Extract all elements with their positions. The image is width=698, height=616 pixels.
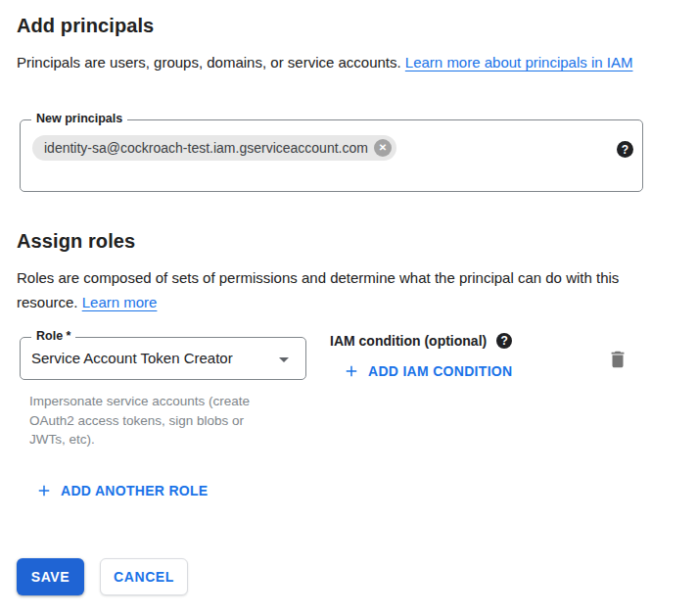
role-label: Role * <box>31 329 75 343</box>
plus-icon <box>343 362 360 380</box>
principal-chip-value: identity-sa@cockroach-test.iam.gservicea… <box>44 140 368 156</box>
iam-condition-label: IAM condition (optional) <box>330 333 487 349</box>
save-button[interactable]: SAVE <box>17 558 84 595</box>
role-selected-value: Service Account Token Creator <box>31 350 233 366</box>
role-helper-text: Impersonate service accounts (create OAu… <box>29 392 282 450</box>
add-iam-condition-button[interactable]: ADD IAM CONDITION <box>343 362 512 380</box>
role-select[interactable]: Role * Service Account Token Creator <box>20 337 306 380</box>
plus-icon <box>35 482 53 499</box>
add-iam-condition-label: ADD IAM CONDITION <box>368 363 512 379</box>
delete-role-button[interactable] <box>607 349 628 373</box>
roles-description: Roles are composed of sets of permission… <box>17 265 628 314</box>
cancel-button[interactable]: CANCEL <box>100 558 188 595</box>
learn-more-roles-link[interactable]: Learn more <box>82 294 158 310</box>
principals-description: Principals are users, groups, domains, o… <box>17 50 653 74</box>
principals-help-icon[interactable]: ? <box>617 141 633 158</box>
assign-roles-title: Assign roles <box>17 230 135 253</box>
principal-chip: identity-sa@cockroach-test.iam.gservicea… <box>32 135 396 161</box>
iam-condition-help-icon[interactable]: ? <box>496 333 512 349</box>
trash-icon <box>607 349 628 370</box>
learn-more-principals-link[interactable]: Learn more about principals in IAM <box>405 54 633 71</box>
add-principals-panel: Add principals Principals are users, gro… <box>0 0 698 616</box>
dropdown-arrow-icon <box>272 348 296 371</box>
new-principals-field[interactable]: New principals identity-sa@cockroach-tes… <box>20 119 643 192</box>
principals-description-text: Principals are users, groups, domains, o… <box>17 54 405 71</box>
chip-close-icon[interactable]: ✕ <box>374 139 392 157</box>
add-another-role-label: ADD ANOTHER ROLE <box>61 483 209 498</box>
page-title: Add principals <box>17 15 154 37</box>
add-another-role-button[interactable]: ADD ANOTHER ROLE <box>35 482 209 499</box>
iam-condition-header: IAM condition (optional) ? <box>330 333 512 349</box>
new-principals-label: New principals <box>31 112 127 125</box>
